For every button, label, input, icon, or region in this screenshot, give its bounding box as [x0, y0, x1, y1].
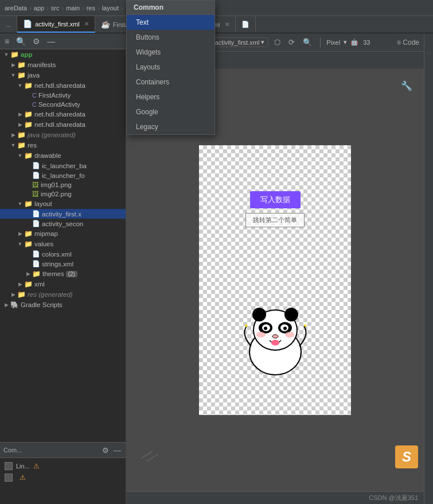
breadcrumb-part[interactable]: layout — [102, 5, 119, 11]
xml-file-icon: 📄 — [32, 162, 40, 169]
svg-point-13 — [271, 340, 279, 346]
arrow-icon: ▼ — [2, 52, 10, 57]
tree-item-label: mipmap — [34, 230, 58, 237]
rotate-btn[interactable]: ⟳ — [286, 37, 297, 48]
arrow-icon: ▶ — [9, 292, 17, 297]
folder-icon: 📁 — [24, 152, 33, 160]
tree-item-package2[interactable]: ▶ 📁 net.hdl.sharedata — [0, 109, 126, 119]
dropdown-item-containers[interactable]: Containers — [127, 75, 214, 90]
toolbar-separator — [320, 37, 321, 48]
dropdown-item-helpers[interactable]: Helpers — [127, 90, 214, 104]
tab-close-icon[interactable]: ✕ — [84, 21, 89, 27]
tree-item-gradle-scripts[interactable]: ▶ 🐘 Gradle Scripts — [0, 300, 126, 310]
arrow-icon: ▶ — [16, 281, 24, 287]
dropdown-item-legacy[interactable]: Legacy — [127, 119, 214, 134]
sidebar-minimize-btn[interactable]: — — [45, 36, 57, 47]
file-tree: ▼ 📁 app ▶ 📁 manifests ▼ 📁 java ▼ — [0, 49, 126, 442]
svg-point-11 — [285, 332, 294, 338]
folder-icon: 📁 — [24, 121, 33, 129]
tree-item-label: colors.xml — [42, 251, 72, 258]
breadcrumb-part[interactable]: res — [87, 5, 95, 11]
breadcrumb-part[interactable]: src — [51, 5, 60, 11]
api-label: 🤖 — [350, 38, 358, 46]
sidebar-search-btn[interactable]: 🔍 — [14, 36, 28, 47]
tree-item-drawable[interactable]: ▼ 📁 drawable — [0, 150, 126, 161]
dropdown-item-widgets[interactable]: Widgets — [127, 45, 214, 60]
tree-item-activity-second-xml[interactable]: ▶ 📄 activity_secon — [0, 219, 126, 228]
dropdown-item-label: Helpers — [136, 93, 159, 101]
code-view-btn[interactable]: ≡ Code — [397, 38, 419, 46]
breadcrumb-part[interactable]: app — [34, 5, 44, 11]
tree-item-package1[interactable]: ▼ 📁 net.hdl.sharedata — [0, 80, 126, 91]
tree-item-java-generated[interactable]: ▶ 📁 java (generated) — [0, 130, 126, 140]
tab-extra[interactable]: ... — [0, 16, 17, 33]
tree-item-manifests[interactable]: ▶ 📁 manifests — [0, 60, 126, 70]
palette-minimize-btn[interactable]: — — [112, 445, 122, 456]
zoom-btn[interactable]: 🔍 — [301, 37, 314, 48]
breadcrumb-part[interactable]: main — [66, 5, 80, 11]
folder-icon: 📁 — [17, 141, 26, 149]
dropdown-item-google[interactable]: Google — [127, 104, 214, 119]
tree-item-layout[interactable]: ▼ 📁 layout — [0, 199, 126, 209]
tree-item-mipmap[interactable]: ▶ 📁 mipmap — [0, 228, 126, 239]
tab-close-icon[interactable]: ✕ — [225, 21, 229, 28]
breadcrumb-part[interactable]: areData — [5, 5, 27, 11]
device-view-btn[interactable]: ⬡ — [272, 37, 283, 48]
tree-item-img02[interactable]: ▶ 🖼 img02.png — [0, 189, 126, 199]
api-number: 33 — [363, 39, 370, 46]
tree-item-ic-launcher-ba[interactable]: ▶ 📄 ic_launcher_ba — [0, 161, 126, 170]
tree-item-res[interactable]: ▼ 📁 res — [0, 140, 126, 150]
tree-item-label: ic_launcher_fo — [42, 172, 85, 179]
dropdown-item-label: Layouts — [136, 63, 160, 71]
palette-check-2[interactable] — [5, 474, 13, 482]
arrow-icon: ▼ — [9, 72, 17, 78]
tree-item-app[interactable]: ▼ 📁 app — [0, 49, 126, 60]
palette-settings-btn[interactable]: ⚙ — [101, 445, 110, 456]
xml-file-icon: 📄 — [32, 172, 40, 179]
dropdown-item-text[interactable]: Text — [127, 15, 214, 30]
themes-badge: (2) — [66, 271, 77, 277]
svg-point-10 — [256, 332, 266, 338]
tree-item-label: drawable — [34, 152, 61, 159]
xml-file-icon: 📄 — [32, 250, 40, 258]
tree-item-label: java — [28, 72, 40, 79]
dropdown-item-layouts[interactable]: Layouts — [127, 60, 214, 75]
tree-item-ic-launcher-fo[interactable]: ▶ 📄 ic_launcher_fo — [0, 170, 126, 180]
palette-check-lin[interactable] — [5, 462, 13, 470]
tree-item-res-generated[interactable]: ▶ 📁 res (generated) — [0, 289, 126, 300]
jump-label: 跳转第二个简单 — [253, 216, 297, 223]
tab-activity-first-xml[interactable]: 📄 activity_first.xml ✕ — [17, 16, 95, 33]
tree-item-themes[interactable]: ▶ 📁 themes (2) — [0, 269, 126, 279]
tree-item-label: layout — [34, 200, 52, 207]
tree-item-activity-first-xml[interactable]: ▶ 📄 activity_first.x — [0, 209, 126, 219]
tree-item-colors-xml[interactable]: ▶ 📄 colors.xml — [0, 249, 126, 259]
tree-item-label: img02.png — [41, 191, 72, 197]
tab-label: activity_first.xml — [35, 21, 80, 28]
svg-text:✦: ✦ — [303, 323, 307, 329]
sidebar-menu-btn[interactable]: ≡ — [2, 36, 11, 47]
arrow-icon: ▼ — [16, 83, 24, 88]
dropdown-item-label: Legacy — [136, 123, 158, 131]
arrow-icon: ▶ — [16, 111, 24, 117]
arrow-icon: ▶ — [9, 132, 17, 138]
dropdown-menu: Common Text Buttons Widgets Layouts Cont… — [126, 0, 215, 135]
gradle-icon: 🐘 — [10, 301, 19, 309]
arrow-icon: ▼ — [16, 201, 24, 207]
tree-item-java[interactable]: ▼ 📁 java — [0, 70, 126, 80]
tree-item-xml-folder[interactable]: ▶ 📁 xml — [0, 279, 126, 289]
write-data-button[interactable]: 写入数据 — [250, 191, 301, 208]
tree-item-strings-xml[interactable]: ▶ 📄 strings.xml — [0, 259, 126, 269]
folder-icon: 📁 — [24, 110, 33, 118]
sidebar-settings-btn[interactable]: ⚙ — [30, 36, 42, 47]
tree-item-img01[interactable]: ▶ 🖼 img01.png — [0, 180, 126, 189]
tab-overflow[interactable]: 📄 — [236, 16, 256, 33]
tree-item-secondactivity[interactable]: ▶ C SecondActivty — [0, 100, 126, 109]
folder-icon: 📁 — [17, 61, 26, 69]
java-icon: ☕ — [101, 20, 110, 29]
dropdown-item-buttons[interactable]: Buttons — [127, 30, 214, 45]
right-panel-btn[interactable]: ⋮ — [425, 36, 433, 70]
tree-item-values[interactable]: ▼ 📁 values — [0, 239, 126, 249]
tree-item-package3[interactable]: ▶ 📁 net.hdl.sharedata — [0, 119, 126, 130]
tree-item-firstactivity[interactable]: ▶ C FirstActivty — [0, 91, 126, 100]
svg-point-9 — [283, 327, 287, 330]
